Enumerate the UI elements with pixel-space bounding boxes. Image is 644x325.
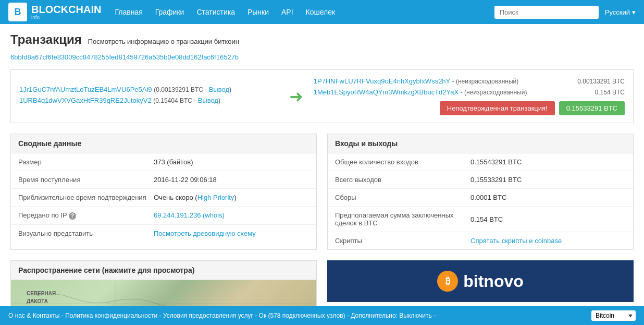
total-btc-button[interactable]: 0.15533291 BTC bbox=[559, 101, 625, 115]
summary-label-visual: Визуально представить bbox=[18, 230, 154, 237]
tx-status-row: Неподтвержденная транзакция! 0.15533291 … bbox=[314, 101, 625, 115]
bitcoin-icon: ₿ bbox=[437, 271, 458, 292]
ip-link[interactable]: 69.244.191.236 (whois) bbox=[154, 211, 225, 219]
priority-link[interactable]: High Priority bbox=[197, 194, 234, 201]
nav-home[interactable]: Главная bbox=[114, 6, 143, 18]
unconfirmed-button[interactable]: Неподтвержденная транзакция! bbox=[440, 101, 555, 115]
brand-logo-icon: B bbox=[8, 3, 27, 21]
tx-input-amount-2: (0.15404 BTC - Вывод) bbox=[153, 97, 220, 104]
tx-input-address-1[interactable]: 1Jr1GuC7nfAUmztLoTuzEB4LmVU6Pe5Ai9 bbox=[19, 86, 152, 93]
io-row-2: Сборы 0.0001 BTC bbox=[328, 189, 633, 207]
summary-label-size: Размер bbox=[18, 158, 154, 166]
tx-input-2: 1URB4q1dwVXVGaxHtFR39qRE2JutokyV2 (0.154… bbox=[19, 97, 279, 104]
arrow-icon: ➜ bbox=[289, 87, 303, 106]
summary-value-time: 2016-11-22 09:06:18 bbox=[154, 176, 309, 184]
summary-row-time: Время поступления 2016-11-22 09:06:18 bbox=[11, 171, 316, 189]
tx-output-amount-2: 0.154 BTC bbox=[595, 89, 625, 96]
nav-wallet[interactable]: Кошелек bbox=[305, 6, 337, 18]
tx-output-address-2[interactable]: 1Meb1ESpyoRW4aQYm3WmkzgXBbucTd2YaX bbox=[314, 88, 459, 96]
summary-row-visual: Визуально представить Посмотреть древови… bbox=[11, 225, 316, 242]
nav-api[interactable]: API bbox=[280, 6, 294, 18]
tx-output-tag-2: - (неизрасходованный) bbox=[461, 89, 527, 96]
summary-panel: Сводные данные Размер 373 (байтов) Время… bbox=[10, 134, 317, 250]
help-icon[interactable]: ? bbox=[69, 212, 76, 220]
navbar: B BLOCKCHAIN info Главная Графики Статис… bbox=[0, 0, 644, 24]
io-label-0: Общее количество входов bbox=[335, 158, 470, 166]
io-label-4: Скрипты bbox=[335, 237, 470, 245]
tx-output-address-1[interactable]: 1P7HNFwLU7RFVuxq9oE4nhXgybfxWss2hY bbox=[314, 77, 450, 85]
io-row-1: Всего выходов 0.15533291 BTC bbox=[328, 171, 633, 189]
tx-output-amount-1: 0.00133291 BTC bbox=[577, 78, 625, 85]
summary-value-visual: Посмотреть древовидную схему bbox=[154, 230, 309, 237]
tx-outputs-section: 1P7HNFwLU7RFVuxq9oE4nhXgybfxWss2hY - (не… bbox=[314, 77, 625, 115]
io-value-4: Спрятать скрипты и coinbase bbox=[470, 237, 626, 245]
page-subtitle: Посмотреть информацию о транзакции битко… bbox=[88, 38, 239, 45]
page-title: Транзакция bbox=[10, 32, 82, 47]
page-title-area: Транзакция Посмотреть информацию о транз… bbox=[10, 32, 634, 47]
io-label-3: Предполагаемая сумма заключенных сделок … bbox=[335, 211, 470, 227]
nav-charts[interactable]: Графики bbox=[154, 6, 185, 18]
chevron-down-icon: ▾ bbox=[632, 8, 636, 16]
tx-output-1: 1P7HNFwLU7RFVuxq9oE4nhXgybfxWss2hY - (не… bbox=[314, 77, 625, 85]
io-value-2: 0.0001 BTC bbox=[470, 194, 626, 201]
summary-label-time: Время поступления bbox=[18, 176, 154, 184]
footer-disable[interactable]: Выключить bbox=[399, 312, 431, 319]
brand-link[interactable]: B BLOCKCHAIN info bbox=[8, 3, 101, 21]
nav-markets[interactable]: Рынки bbox=[246, 6, 270, 18]
io-label-1: Всего выходов bbox=[335, 176, 470, 184]
ad-bitnovo: ₿ bitnovo bbox=[437, 271, 524, 292]
tx-outputs: 1P7HNFwLU7RFVuxq9oE4nhXgybfxWss2hY - (не… bbox=[314, 77, 625, 96]
io-header: Входы и выходы bbox=[328, 134, 633, 153]
footer-nodes[interactable]: Ок (578 подключенных узлов) bbox=[259, 312, 345, 319]
map-header: Распространение сети (нажмите для просмо… bbox=[11, 261, 316, 280]
io-value-1: 0.15533291 BTC bbox=[470, 176, 626, 184]
nav-stats[interactable]: Статистика bbox=[195, 6, 236, 18]
footer-right: Bitcoin Ethereum USD bbox=[591, 310, 636, 321]
io-label-2: Сборы bbox=[335, 194, 470, 201]
main-content: Транзакция Посмотреть информацию о транз… bbox=[0, 24, 644, 325]
footer-extra: Дополнительно: bbox=[351, 312, 399, 319]
tx-hash-link[interactable]: 6bbfd8a67cf6fe83009cc8478255fed81459726a… bbox=[10, 53, 239, 61]
footer-privacy[interactable]: Политика конфиденциальности bbox=[65, 312, 157, 319]
tx-inputs: 1Jr1GuC7nfAUmztLoTuzEB4LmVU6Pe5Ai9 (0.00… bbox=[19, 86, 279, 107]
summary-value-size: 373 (байтов) bbox=[154, 158, 309, 166]
tx-output-tag-1: - (неизрасходованный) bbox=[452, 78, 519, 85]
summary-label-confirm: Приблизительное время подтверждения bbox=[18, 194, 154, 201]
io-row-3: Предполагаемая сумма заключенных сделок … bbox=[328, 207, 633, 232]
io-value-3: 0.154 BTC bbox=[470, 215, 626, 223]
search-input[interactable] bbox=[494, 6, 599, 19]
footer-about[interactable]: О нас & Контакты bbox=[8, 312, 59, 319]
brand-sub: info bbox=[31, 15, 101, 20]
footer-links: О нас & Контакты - Политика конфиденциал… bbox=[8, 312, 436, 319]
brand-name: BLOCKCHAIN bbox=[31, 4, 101, 15]
bitnovo-text: bitnovo bbox=[463, 272, 524, 291]
nav-links: Главная Графики Статистика Рынки API Кош… bbox=[114, 6, 494, 18]
summary-header: Сводные данные bbox=[11, 134, 316, 153]
tx-input-amount-1: (0.00139291 BTC - Вывод) bbox=[154, 86, 231, 93]
ad-section: ₿ bitnovo bbox=[327, 260, 634, 302]
footer: О нас & Контакты - Политика конфиденциал… bbox=[0, 306, 644, 325]
summary-row-size: Размер 373 (байтов) bbox=[11, 153, 316, 171]
summary-row-ip: Передано по IP ? 69.244.191.236 (whois) bbox=[11, 207, 316, 225]
io-panel: Входы и выходы Общее количество входов 0… bbox=[327, 134, 634, 250]
tx-input-address-2[interactable]: 1URB4q1dwVXVGaxHtFR39qRE2JutokyV2 bbox=[19, 97, 152, 104]
currency-selector[interactable]: Bitcoin Ethereum USD bbox=[591, 310, 636, 321]
summary-row-confirm: Приблизительное время подтверждения Очен… bbox=[11, 189, 316, 207]
tx-input-1: 1Jr1GuC7nfAUmztLoTuzEB4LmVU6Pe5Ai9 (0.00… bbox=[19, 86, 279, 93]
info-grid: Сводные данные Размер 373 (байтов) Время… bbox=[10, 134, 634, 250]
tree-view-link[interactable]: Посмотреть древовидную схему bbox=[154, 230, 256, 237]
io-row-4: Скрипты Спрятать скрипты и coinbase bbox=[328, 232, 633, 249]
summary-value-confirm: Очень скоро (High Priority) bbox=[154, 194, 309, 201]
scripts-link[interactable]: Спрятать скрипты и coinbase bbox=[470, 237, 562, 245]
tx-flow-box: 1Jr1GuC7nfAUmztLoTuzEB4LmVU6Pe5Ai9 (0.00… bbox=[10, 69, 634, 123]
tx-output-2: 1Meb1ESpyoRW4aQYm3WmkzgXBbucTd2YaX - (не… bbox=[314, 88, 625, 96]
io-row-0: Общее количество входов 0.15543291 BTC bbox=[328, 153, 633, 171]
footer-terms[interactable]: Условия предоставления услуг bbox=[163, 312, 253, 319]
tx-hash: 6bbfd8a67cf6fe83009cc8478255fed81459726a… bbox=[10, 53, 634, 61]
summary-value-ip: 69.244.191.236 (whois) bbox=[154, 211, 309, 219]
summary-label-ip: Передано по IP ? bbox=[18, 211, 154, 220]
language-selector[interactable]: Русский ▾ bbox=[605, 8, 636, 16]
io-value-0: 0.15543291 BTC bbox=[470, 158, 626, 166]
